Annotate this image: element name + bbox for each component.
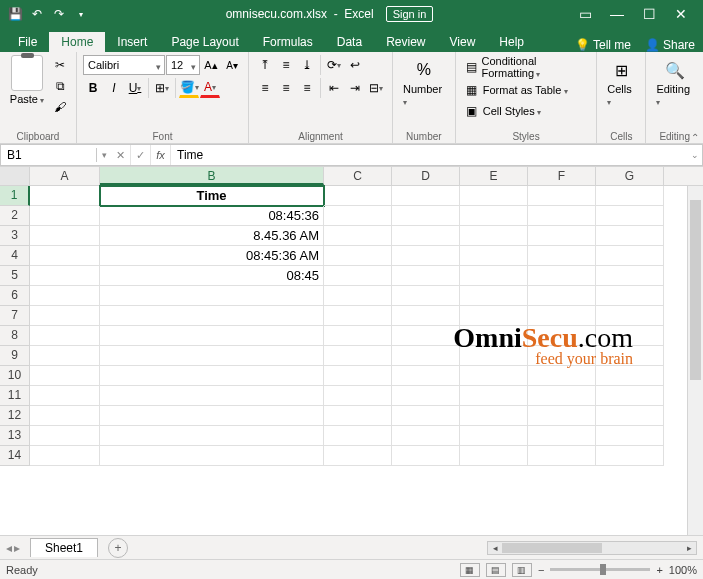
cell-A3[interactable] [30,226,100,246]
cell-F8[interactable] [528,326,596,346]
cell-E13[interactable] [460,426,528,446]
sheet-next-icon[interactable]: ▸ [14,541,20,555]
cell-G9[interactable] [596,346,664,366]
select-all-corner[interactable] [0,167,30,185]
column-header-D[interactable]: D [392,167,460,185]
vscroll-thumb[interactable] [690,200,701,380]
share-button[interactable]: 👤 Share [645,38,695,52]
cell-C13[interactable] [324,426,392,446]
cell-E6[interactable] [460,286,528,306]
fill-color-icon[interactable]: 🪣 [179,78,199,98]
cell-B5[interactable]: 08:45 [100,266,324,286]
signin-button[interactable]: Sign in [386,6,434,22]
cell-D5[interactable] [392,266,460,286]
cell-G4[interactable] [596,246,664,266]
row-header-6[interactable]: 6 [0,286,30,306]
cell-E9[interactable] [460,346,528,366]
cell-styles-button[interactable]: ▣ Cell Styles [462,101,541,121]
align-right-icon[interactable]: ≡ [297,78,317,98]
cell-B14[interactable] [100,446,324,466]
cell-C2[interactable] [324,206,392,226]
borders-icon[interactable]: ⊞ [152,78,172,98]
bold-icon[interactable]: B [83,78,103,98]
cell-G7[interactable] [596,306,664,326]
cell-D14[interactable] [392,446,460,466]
underline-icon[interactable]: U [125,78,145,98]
cell-A14[interactable] [30,446,100,466]
cell-F4[interactable] [528,246,596,266]
format-painter-icon[interactable]: 🖌 [50,97,70,117]
cell-E1[interactable] [460,186,528,206]
horizontal-scrollbar[interactable]: ◂ ▸ [487,541,697,555]
column-header-E[interactable]: E [460,167,528,185]
maximize-icon[interactable]: ☐ [633,0,665,28]
cell-G2[interactable] [596,206,664,226]
cell-E10[interactable] [460,366,528,386]
row-header-7[interactable]: 7 [0,306,30,326]
cell-F2[interactable] [528,206,596,226]
tab-formulas[interactable]: Formulas [251,32,325,52]
font-name-combo[interactable]: Calibri [83,55,165,75]
row-header-3[interactable]: 3 [0,226,30,246]
column-header-B[interactable]: B [100,167,324,185]
cell-E12[interactable] [460,406,528,426]
cell-F7[interactable] [528,306,596,326]
row-header-4[interactable]: 4 [0,246,30,266]
cell-D6[interactable] [392,286,460,306]
cell-G5[interactable] [596,266,664,286]
column-header-A[interactable]: A [30,167,100,185]
hscroll-left-icon[interactable]: ◂ [488,542,502,554]
new-sheet-button[interactable]: + [108,538,128,558]
cell-D4[interactable] [392,246,460,266]
cell-B13[interactable] [100,426,324,446]
cell-B7[interactable] [100,306,324,326]
copy-icon[interactable]: ⧉ [50,76,70,96]
cell-G14[interactable] [596,446,664,466]
cell-F10[interactable] [528,366,596,386]
cell-G11[interactable] [596,386,664,406]
cell-A12[interactable] [30,406,100,426]
cell-C10[interactable] [324,366,392,386]
minimize-icon[interactable]: — [601,0,633,28]
cell-A7[interactable] [30,306,100,326]
cell-A6[interactable] [30,286,100,306]
cell-E2[interactable] [460,206,528,226]
cell-F9[interactable] [528,346,596,366]
tab-page-layout[interactable]: Page Layout [159,32,250,52]
column-header-G[interactable]: G [596,167,664,185]
cell-F11[interactable] [528,386,596,406]
increase-indent-icon[interactable]: ⇥ [345,78,365,98]
align-top-icon[interactable]: ⤒ [255,55,275,75]
sheet-tab-1[interactable]: Sheet1 [30,538,98,557]
merge-center-icon[interactable]: ⊟ [366,78,386,98]
cell-A10[interactable] [30,366,100,386]
formula-input[interactable]: Time [171,148,688,162]
row-header-5[interactable]: 5 [0,266,30,286]
align-bottom-icon[interactable]: ⤓ [297,55,317,75]
tell-me-button[interactable]: 💡 Tell me [575,38,631,52]
conditional-formatting-button[interactable]: ▤ Conditional Formatting [462,55,591,79]
vertical-scrollbar[interactable] [687,186,703,535]
cell-A9[interactable] [30,346,100,366]
qat-dropdown-icon[interactable]: ▾ [72,5,90,23]
close-icon[interactable]: ✕ [665,0,697,28]
cell-D10[interactable] [392,366,460,386]
paste-button[interactable]: Paste [6,55,48,105]
cell-C4[interactable] [324,246,392,266]
cell-E14[interactable] [460,446,528,466]
cell-C8[interactable] [324,326,392,346]
row-header-11[interactable]: 11 [0,386,30,406]
cell-C1[interactable] [324,186,392,206]
cell-B11[interactable] [100,386,324,406]
zoom-level[interactable]: 100% [669,564,697,576]
page-layout-view-icon[interactable]: ▤ [486,563,506,577]
zoom-in-icon[interactable]: + [656,564,662,576]
cell-A4[interactable] [30,246,100,266]
cell-B8[interactable] [100,326,324,346]
increase-font-icon[interactable]: A▴ [201,55,221,75]
redo-icon[interactable]: ↷ [50,5,68,23]
cell-D9[interactable] [392,346,460,366]
italic-icon[interactable]: I [104,78,124,98]
cell-F6[interactable] [528,286,596,306]
cell-F13[interactable] [528,426,596,446]
